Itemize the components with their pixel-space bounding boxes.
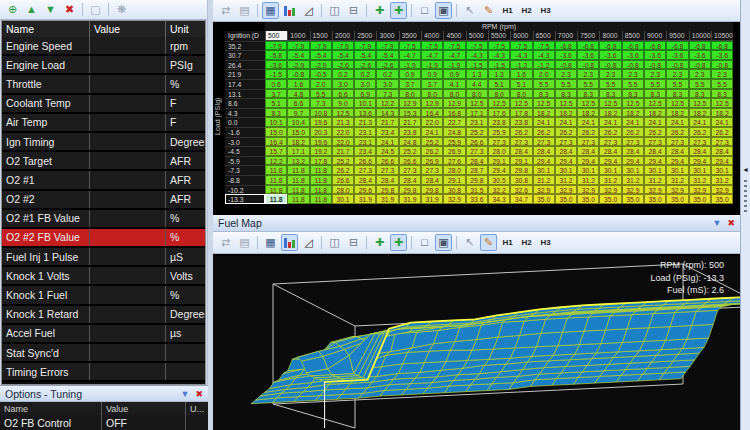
- ignition-cell[interactable]: 10.1: [354, 98, 376, 108]
- ignition-cell[interactable]: -0.8: [666, 60, 688, 70]
- ignition-cell[interactable]: -1.9: [399, 60, 421, 70]
- ignition-cell[interactable]: 32.9: [443, 194, 465, 204]
- ignition-cell[interactable]: 10.1: [265, 117, 287, 127]
- ignition-cell[interactable]: -4.7: [399, 50, 421, 60]
- ignition-cell[interactable]: 10.8: [310, 108, 332, 118]
- load-row-header[interactable]: 30.7: [225, 50, 265, 60]
- ignition-cell[interactable]: 29.1: [510, 156, 532, 166]
- ignition-cell[interactable]: -5.4: [287, 50, 309, 60]
- ignition-cell[interactable]: 8.3: [555, 89, 577, 99]
- ignition-cell[interactable]: 28.4: [711, 146, 733, 156]
- ignition-cell[interactable]: 28.4: [555, 146, 577, 156]
- ignition-cell[interactable]: 35.0: [711, 194, 733, 204]
- rpm-column-header[interactable]: 3500: [399, 31, 421, 41]
- ignition-cell[interactable]: 26.2: [332, 165, 354, 175]
- ignition-cell[interactable]: 23.1: [466, 117, 488, 127]
- ignition-cell[interactable]: -3.6: [666, 50, 688, 60]
- load-row-header[interactable]: -5.9: [225, 156, 265, 166]
- ignition-cell[interactable]: 5.5: [555, 79, 577, 89]
- table-view-icon[interactable]: ▦: [262, 2, 279, 19]
- ignition-cell[interactable]: 5.1: [265, 98, 287, 108]
- ignition-cell[interactable]: 18.2: [666, 108, 688, 118]
- rpm-column-header[interactable]: 10500: [711, 31, 733, 41]
- ignition-cell[interactable]: 2.0: [533, 69, 555, 79]
- split-horizontal-icon[interactable]: ⊟: [345, 2, 362, 19]
- ignition-cell[interactable]: 8.0: [399, 89, 421, 99]
- gauge-row[interactable]: Timing Errors: [2, 363, 205, 382]
- ignition-cell[interactable]: 4.8: [287, 89, 309, 99]
- ignition-cell[interactable]: 27.3: [689, 137, 711, 147]
- ignition-cell[interactable]: -3.6: [265, 60, 287, 70]
- load-row-header[interactable]: 26.4: [225, 60, 265, 70]
- ignition-cell[interactable]: 28.4: [399, 175, 421, 185]
- ignition-cell[interactable]: 27.3: [466, 146, 488, 156]
- select-all-icon[interactable]: ▣: [435, 2, 452, 19]
- ignition-cell[interactable]: 31.5: [466, 185, 488, 195]
- splitter-grip[interactable]: [744, 180, 747, 214]
- ignition-cell[interactable]: 24.8: [399, 137, 421, 147]
- ignition-cell[interactable]: 34.7: [510, 194, 532, 204]
- ignition-cell[interactable]: 32.9: [689, 185, 711, 195]
- ignition-cell[interactable]: 25.2: [399, 146, 421, 156]
- ignition-cell[interactable]: -6.8: [622, 41, 644, 51]
- rpm-column-header[interactable]: 8500: [622, 31, 644, 41]
- ignition-cell[interactable]: 8.3: [666, 89, 688, 99]
- right-splitter[interactable]: ◄: [740, 0, 750, 430]
- ignition-cell[interactable]: 31.9: [399, 194, 421, 204]
- ignition-cell[interactable]: 29.4: [488, 165, 510, 175]
- load-row-header[interactable]: -1.6: [225, 127, 265, 137]
- rpm-column-header[interactable]: 2000: [332, 31, 354, 41]
- ignition-cell[interactable]: -7.9: [310, 41, 332, 51]
- ignition-cell[interactable]: 8.3: [711, 89, 733, 99]
- ignition-cell[interactable]: 25.9: [443, 137, 465, 147]
- load-row-header[interactable]: 35.2: [225, 41, 265, 51]
- ignition-cell[interactable]: -4.3: [466, 50, 488, 60]
- ignition-cell[interactable]: 11.8: [265, 165, 287, 175]
- ignition-cell[interactable]: 31.2: [533, 175, 555, 185]
- ignition-cell[interactable]: 30.1: [666, 165, 688, 175]
- ignition-cell[interactable]: 2.3: [622, 69, 644, 79]
- graph-view-icon[interactable]: [281, 234, 298, 251]
- expand-cells-icon[interactable]: ✚: [390, 234, 407, 251]
- ignition-cell[interactable]: 29.4: [644, 156, 666, 166]
- ignition-cell[interactable]: 2.3: [689, 69, 711, 79]
- ignition-cell[interactable]: 31.2: [555, 175, 577, 185]
- load-row-header[interactable]: 0.0: [225, 117, 265, 127]
- ignition-cell[interactable]: 23.8: [399, 127, 421, 137]
- ignition-cell[interactable]: 17.1: [466, 108, 488, 118]
- gauge-row[interactable]: Knock 1 Fuel%: [2, 286, 205, 305]
- ignition-cell[interactable]: 27.3: [622, 137, 644, 147]
- ignition-cell[interactable]: 27.3: [555, 137, 577, 147]
- ignition-cell[interactable]: 23.8: [510, 117, 532, 127]
- load-row-header[interactable]: 4.3: [225, 108, 265, 118]
- ignition-cell[interactable]: 12.9: [399, 98, 421, 108]
- ignition-cell[interactable]: 24.1: [689, 117, 711, 127]
- ignition-cell[interactable]: 32.9: [577, 185, 599, 195]
- ignition-cell[interactable]: 29.4: [666, 156, 688, 166]
- h1-button[interactable]: H1: [499, 2, 516, 19]
- load-row-header[interactable]: 21.9: [225, 69, 265, 79]
- ignition-cell[interactable]: -0.8: [711, 60, 733, 70]
- ignition-cell[interactable]: 31.9: [376, 194, 398, 204]
- ignition-cell[interactable]: 27.3: [644, 137, 666, 147]
- ignition-cell[interactable]: 2.3: [555, 69, 577, 79]
- ignition-cell[interactable]: 24.1: [421, 127, 443, 137]
- ignition-cell[interactable]: 18.2: [689, 108, 711, 118]
- ignition-cell[interactable]: 5.5: [711, 79, 733, 89]
- ignition-cell[interactable]: -3.6: [555, 50, 577, 60]
- ignition-cell[interactable]: 11.8: [310, 185, 332, 195]
- ignition-cell[interactable]: -7.5: [510, 41, 532, 51]
- ignition-cell[interactable]: 12.5: [577, 98, 599, 108]
- ignition-cell[interactable]: -0.8: [622, 60, 644, 70]
- ignition-cell[interactable]: -7.5: [533, 41, 555, 51]
- close-icon[interactable]: ✖: [195, 389, 203, 399]
- ignition-cell[interactable]: 15.0: [265, 127, 287, 137]
- ignition-cell[interactable]: -3.6: [599, 50, 621, 60]
- collapse-arrow-icon[interactable]: ◄: [742, 166, 749, 173]
- ignition-cell[interactable]: 8.3: [265, 108, 287, 118]
- ignition-cell[interactable]: 29.4: [577, 156, 599, 166]
- move-down-icon[interactable]: ▼: [42, 1, 59, 18]
- select-region-icon[interactable]: □: [416, 234, 433, 251]
- ignition-cell[interactable]: 11.8: [287, 185, 309, 195]
- ignition-cell[interactable]: 8.3: [533, 89, 555, 99]
